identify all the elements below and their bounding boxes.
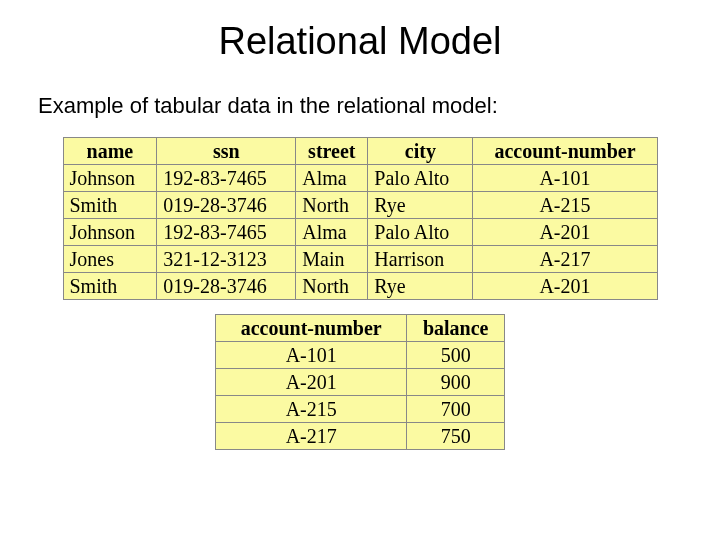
cell: Palo Alto	[368, 219, 473, 246]
cell: Smith	[63, 192, 157, 219]
table-row: Smith 019-28-3746 North Rye A-215	[63, 192, 657, 219]
table-row: Smith 019-28-3746 North Rye A-201	[63, 273, 657, 300]
cell: A-201	[473, 219, 657, 246]
table-header-row: name ssn street city account-number	[63, 138, 657, 165]
table-row: A-215 700	[216, 396, 505, 423]
table-row: Jones 321-12-3123 Main Harrison A-217	[63, 246, 657, 273]
subtitle: Example of tabular data in the relationa…	[38, 93, 720, 119]
col-ssn: ssn	[157, 138, 296, 165]
table-row: A-201 900	[216, 369, 505, 396]
cell: North	[296, 192, 368, 219]
col-balance: balance	[407, 315, 505, 342]
cell: 500	[407, 342, 505, 369]
accounts-table: account-number balance A-101 500 A-201 9…	[215, 314, 505, 450]
cell: Johnson	[63, 219, 157, 246]
table-row: A-217 750	[216, 423, 505, 450]
col-name: name	[63, 138, 157, 165]
cell: A-201	[473, 273, 657, 300]
cell: 700	[407, 396, 505, 423]
table-row: Johnson 192-83-7465 Alma Palo Alto A-201	[63, 219, 657, 246]
customers-table-wrap: name ssn street city account-number John…	[63, 137, 658, 300]
cell: 019-28-3746	[157, 192, 296, 219]
cell: 192-83-7465	[157, 165, 296, 192]
cell: A-215	[216, 396, 407, 423]
col-street: street	[296, 138, 368, 165]
col-account-number: account-number	[216, 315, 407, 342]
cell: Johnson	[63, 165, 157, 192]
table-row: A-101 500	[216, 342, 505, 369]
page-title: Relational Model	[0, 0, 720, 63]
table-header-row: account-number balance	[216, 315, 505, 342]
cell: A-215	[473, 192, 657, 219]
cell: Main	[296, 246, 368, 273]
cell: Harrison	[368, 246, 473, 273]
table-row: Johnson 192-83-7465 Alma Palo Alto A-101	[63, 165, 657, 192]
cell: 019-28-3746	[157, 273, 296, 300]
cell: 321-12-3123	[157, 246, 296, 273]
cell: Alma	[296, 219, 368, 246]
cell: A-101	[473, 165, 657, 192]
cell: Rye	[368, 273, 473, 300]
cell: Jones	[63, 246, 157, 273]
cell: A-201	[216, 369, 407, 396]
col-account-number: account-number	[473, 138, 657, 165]
cell: North	[296, 273, 368, 300]
cell: Smith	[63, 273, 157, 300]
cell: A-217	[216, 423, 407, 450]
cell: Palo Alto	[368, 165, 473, 192]
cell: A-101	[216, 342, 407, 369]
accounts-table-wrap: account-number balance A-101 500 A-201 9…	[215, 314, 505, 450]
cell: 900	[407, 369, 505, 396]
col-city: city	[368, 138, 473, 165]
customers-table: name ssn street city account-number John…	[63, 137, 658, 300]
cell: Rye	[368, 192, 473, 219]
cell: Alma	[296, 165, 368, 192]
slide: Relational Model Example of tabular data…	[0, 0, 720, 540]
cell: A-217	[473, 246, 657, 273]
cell: 750	[407, 423, 505, 450]
cell: 192-83-7465	[157, 219, 296, 246]
